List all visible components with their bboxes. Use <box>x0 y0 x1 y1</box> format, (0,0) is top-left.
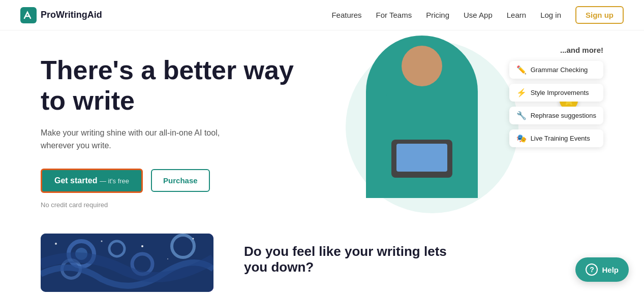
hero-subtitle: Make your writing shine with our all-in-… <box>41 126 229 152</box>
nav-links: Features For Teams Pricing Use App Learn… <box>331 6 624 24</box>
rephrase-icon: 🔧 <box>516 111 527 120</box>
training-icon: 🎭 <box>516 134 527 143</box>
svg-point-10 <box>141 245 143 247</box>
and-more-label: ...and more! <box>560 46 603 54</box>
free-label: — it's free <box>100 177 129 185</box>
second-section: Do you feel like your writing lets you d… <box>0 234 644 297</box>
help-icon: ? <box>586 263 598 276</box>
hero-right: ⭐ ...and more! ✏️ Grammar Checking ⚡ Sty… <box>315 51 603 213</box>
artwork-container <box>41 234 213 292</box>
svg-point-9 <box>101 241 103 242</box>
get-started-button[interactable]: Get started — it's free <box>41 169 143 193</box>
laptop-screen <box>396 144 447 172</box>
second-title: Do you feel like your writing lets you d… <box>244 244 447 275</box>
purchase-button[interactable]: Purchase <box>151 169 210 192</box>
logo-text: ProWritingAid <box>41 10 102 20</box>
style-icon: ⚡ <box>516 88 527 97</box>
feature-pill-style: ⚡ Style Improvements <box>509 84 603 102</box>
signup-button[interactable]: Sign up <box>575 6 624 24</box>
nav-learn[interactable]: Learn <box>507 11 526 19</box>
grammar-icon: ✏️ <box>516 65 527 75</box>
svg-point-11 <box>193 238 194 240</box>
hero-section: There's a better way to write Make your … <box>0 30 644 234</box>
get-started-label: Get started <box>54 176 97 185</box>
person-head <box>402 46 442 86</box>
logo-icon <box>20 7 37 23</box>
no-credit-text: No credit card required <box>41 201 315 209</box>
help-label: Help <box>602 266 619 274</box>
nav-features[interactable]: Features <box>331 11 361 19</box>
second-text: Do you feel like your writing lets you d… <box>244 234 603 275</box>
login-button[interactable]: Log in <box>540 11 561 19</box>
svg-point-8 <box>55 243 57 245</box>
feature-pill-training: 🎭 Live Training Events <box>509 129 603 147</box>
nav-pricing[interactable]: Pricing <box>426 11 449 19</box>
rephrase-label: Rephrase suggestions <box>531 112 596 119</box>
feature-pill-grammar: ✏️ Grammar Checking <box>509 61 603 79</box>
person-illustration <box>366 36 478 198</box>
laptop <box>391 140 452 178</box>
nav-use-app[interactable]: Use App <box>464 11 493 19</box>
person-body <box>386 91 457 173</box>
navbar: ProWritingAid Features For Teams Pricing… <box>0 0 644 30</box>
hero-buttons: Get started — it's free Purchase <box>41 169 315 193</box>
logo[interactable]: ProWritingAid <box>20 7 102 23</box>
svg-point-12 <box>167 258 168 259</box>
feature-pills: ✏️ Grammar Checking ⚡ Style Improvements… <box>509 61 603 147</box>
hero-left: There's a better way to write Make your … <box>41 55 315 209</box>
style-label: Style Improvements <box>531 89 589 96</box>
artwork-swirl <box>41 234 213 292</box>
training-label: Live Training Events <box>531 135 590 142</box>
hero-title: There's a better way to write <box>41 55 315 116</box>
feature-pill-rephrase: 🔧 Rephrase suggestions <box>509 107 603 124</box>
nav-for-teams[interactable]: For Teams <box>376 11 412 19</box>
grammar-label: Grammar Checking <box>531 66 588 74</box>
help-button[interactable]: ? Help <box>575 257 629 282</box>
